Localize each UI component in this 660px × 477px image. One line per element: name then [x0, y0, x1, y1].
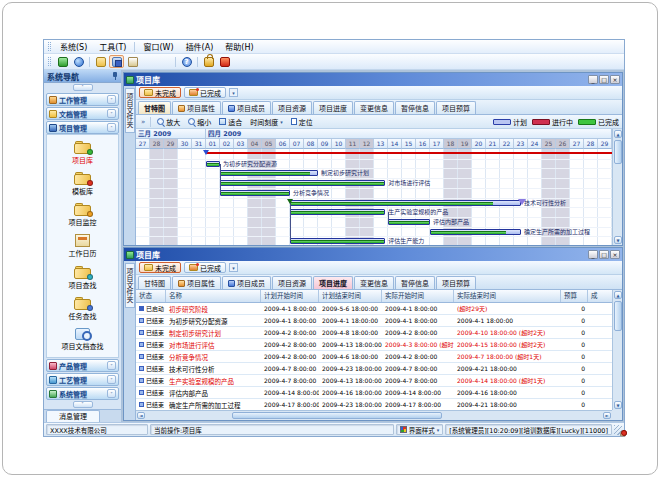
scroll-up-button[interactable]: ▲: [614, 130, 622, 138]
scroll-thumb[interactable]: [232, 412, 442, 419]
group-project[interactable]: 项目管理˄: [46, 121, 119, 134]
group-system-toggle-button[interactable]: ˅: [107, 389, 116, 398]
zoom-in-button[interactable]: 放大: [154, 116, 183, 128]
table-row[interactable]: 已启动初步研究阶段2009-4-1 8:00:002009-5-6 18:00:…: [136, 303, 612, 315]
save-project-button[interactable]: [109, 55, 124, 68]
column-header-1[interactable]: 名称: [166, 290, 261, 303]
group-document[interactable]: 文档管理˅: [46, 107, 119, 120]
scroll-left-button[interactable]: ◄: [137, 412, 145, 419]
menu-tools[interactable]: 工具(T): [93, 40, 132, 53]
gantt-bar[interactable]: [430, 229, 521, 235]
group-system[interactable]: 系统管理˅: [46, 387, 119, 400]
tab-unfinished[interactable]: 未完成: [139, 262, 181, 273]
sidebar-item-work-calendar[interactable]: 工作日历: [47, 234, 118, 258]
message-button[interactable]: [125, 55, 140, 68]
open-folder-button[interactable]: [93, 55, 108, 68]
table-vertical-scrollbar[interactable]: ▲ ▼: [612, 290, 622, 410]
gantt-bar[interactable]: [220, 180, 385, 186]
column-header-0[interactable]: 状态: [136, 290, 166, 303]
tab-project-progress[interactable]: 项目进度: [313, 276, 353, 289]
tab-project-resources[interactable]: 项目资源: [272, 101, 312, 114]
scroll-right-button[interactable]: ►: [603, 412, 611, 419]
column-header-5[interactable]: 实际结束时间: [454, 290, 561, 303]
interface-style-button[interactable]: 界面样式 ▾: [396, 424, 444, 435]
tab-project-budget[interactable]: 项目预算: [436, 276, 476, 289]
gantt-bar[interactable]: [220, 190, 290, 196]
table-row[interactable]: 已结束生产实验室规模的产品2009-4-7 8:00:002009-4-13 1…: [136, 375, 612, 387]
minimize-button[interactable]: _: [588, 250, 598, 259]
table-row[interactable]: 已结束对市场进行评估2009-4-2 8:00:002009-4-13 18:0…: [136, 339, 612, 351]
scroll-thumb[interactable]: [614, 140, 622, 164]
lock-button[interactable]: [201, 55, 216, 68]
tab-project-members[interactable]: 项目成员: [222, 101, 271, 114]
tab-project-budget[interactable]: 项目预算: [436, 101, 476, 114]
project-folders-side-tab[interactable]: 项目文件夹: [125, 263, 135, 308]
column-header-4[interactable]: 实际开始时间: [382, 290, 454, 303]
tab-change-info[interactable]: 变更信息: [354, 276, 394, 289]
tab-project-progress[interactable]: 项目进度: [313, 101, 353, 114]
tab-change-info[interactable]: 变更信息: [354, 101, 394, 114]
table-row[interactable]: 已结束分析竞争情况2009-4-2 8:00:002009-4-6 18:00:…: [136, 351, 612, 363]
tab-project-properties[interactable]: 项目属性: [172, 276, 221, 289]
column-header-3[interactable]: 计划结束时间: [319, 290, 382, 303]
tab-finished[interactable]: 已完成: [184, 262, 226, 273]
sidebar-item-project-library[interactable]: 项目库: [47, 141, 118, 165]
sidebar-item-project-monitor[interactable]: 项目监控: [47, 203, 118, 227]
table-row[interactable]: 已结束制定初步研究计划2009-4-2 8:00:002009-4-8 18:0…: [136, 327, 612, 339]
filter-tabs-more-button[interactable]: ▾: [229, 263, 238, 272]
database-connect-button[interactable]: [55, 55, 70, 68]
maximize-button[interactable]: □: [599, 250, 609, 259]
sidebar-item-project-search[interactable]: 项目查找: [47, 266, 118, 290]
table-row[interactable]: 已结束为初步研究分配资源2009-4-1 8:00:002009-4-1 18:…: [136, 315, 612, 327]
group-process[interactable]: 工艺管理˅: [46, 373, 119, 386]
group-project-toggle-button[interactable]: ˄: [107, 123, 116, 132]
table-horizontal-scrollbar[interactable]: ◄ ►: [136, 410, 612, 420]
tab-finished[interactable]: 已完成: [184, 87, 226, 98]
group-work[interactable]: 工作管理˅: [46, 93, 119, 106]
gantt-vertical-scrollbar[interactable]: ▲ ▼: [612, 129, 622, 245]
table-window-titlebar[interactable]: 项目库 _□×: [124, 248, 622, 261]
gantt-bar[interactable]: [388, 219, 430, 225]
scroll-thumb[interactable]: [614, 301, 622, 331]
menu-bar-grip[interactable]: [48, 42, 51, 51]
groups-overflow-chevron[interactable]: ˅: [73, 401, 93, 408]
sidebar-item-task-search[interactable]: 任务查找: [47, 297, 118, 321]
maximize-button[interactable]: □: [599, 75, 609, 84]
tab-unfinished[interactable]: 未完成: [139, 87, 181, 98]
help-button[interactable]: ?: [179, 55, 194, 68]
group-work-toggle-button[interactable]: ˅: [107, 95, 116, 104]
gantt-bar[interactable]: [206, 161, 220, 167]
close-button[interactable]: ×: [610, 250, 620, 259]
zoom-out-button[interactable]: 缩小: [185, 116, 214, 128]
menu-help[interactable]: 帮助(H): [219, 40, 259, 53]
group-product-toggle-button[interactable]: ˅: [107, 361, 116, 370]
internet-button[interactable]: [71, 55, 86, 68]
column-header-2[interactable]: 计划开始时间: [261, 290, 319, 303]
tab-gantt[interactable]: 甘特图: [138, 101, 171, 114]
tab-pause-info[interactable]: 暂停信息: [395, 101, 435, 114]
filter-tabs-more-button[interactable]: ▾: [229, 88, 238, 97]
group-document-toggle-button[interactable]: ˅: [107, 109, 116, 118]
tab-gantt[interactable]: 甘特图: [138, 276, 171, 289]
table-row[interactable]: 已结束确定生产所需的加工过程2009-4-17 8:00:002009-4-23…: [136, 399, 612, 410]
tab-message-management[interactable]: 消息管理: [46, 410, 100, 422]
menu-plugin[interactable]: 插件(A): [180, 40, 220, 53]
tab-pause-info[interactable]: 暂停信息: [395, 276, 435, 289]
menu-system[interactable]: 系统(S): [54, 40, 93, 53]
toolbar-grip[interactable]: [48, 57, 51, 66]
scroll-down-button[interactable]: ▼: [614, 236, 622, 244]
scroll-down-button[interactable]: ▼: [614, 401, 622, 409]
column-header-6[interactable]: 预算: [561, 290, 588, 303]
table-row[interactable]: 已结束技术可行性分析2009-4-7 8:00:002009-4-23 18:0…: [136, 363, 612, 375]
gantt-bar[interactable]: [290, 238, 385, 244]
tab-project-resources[interactable]: 项目资源: [272, 276, 312, 289]
minimize-button[interactable]: _: [588, 75, 598, 84]
sidebar-item-project-doc-search[interactable]: 项目文档查找: [47, 328, 118, 351]
project-folders-side-tab[interactable]: 项目文件夹: [125, 88, 135, 133]
group-product[interactable]: 产品管理˅: [46, 359, 119, 372]
column-header-7[interactable]: 成: [588, 290, 612, 303]
menu-window[interactable]: 窗口(W): [137, 40, 179, 53]
gantt-window-titlebar[interactable]: 项目库 _□×: [124, 73, 622, 86]
gantt-bar[interactable]: [290, 209, 385, 215]
exit-button[interactable]: [217, 55, 232, 68]
